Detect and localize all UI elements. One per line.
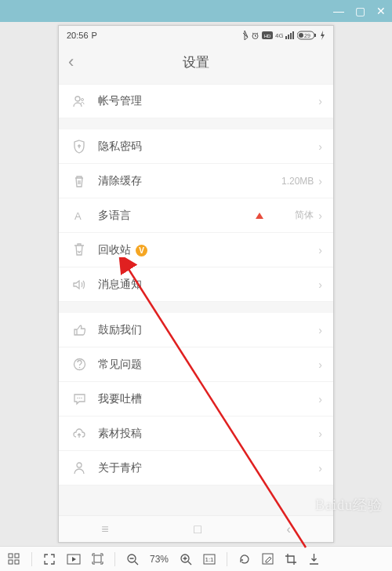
chevron-right-icon: › bbox=[318, 462, 322, 475]
svg-text:HD: HD bbox=[264, 34, 271, 38]
edit-icon[interactable] bbox=[262, 553, 274, 565]
svg-rect-4 bbox=[285, 36, 287, 39]
svg-rect-22 bbox=[9, 554, 13, 558]
slideshow-icon[interactable] bbox=[67, 554, 81, 565]
row-cache[interactable]: 清除缓存 1.20MB › bbox=[59, 164, 333, 198]
svg-rect-10 bbox=[299, 33, 303, 38]
person-icon bbox=[70, 461, 89, 475]
status-time: 20:56 bbox=[67, 31, 89, 40]
svg-rect-23 bbox=[15, 554, 19, 558]
download-icon[interactable] bbox=[308, 553, 320, 566]
chevron-right-icon: › bbox=[318, 427, 322, 440]
alarm-icon bbox=[251, 31, 260, 40]
svg-rect-25 bbox=[15, 560, 19, 564]
app-header: ‹ 设置 bbox=[59, 45, 333, 79]
svg-rect-6 bbox=[290, 33, 292, 39]
phone-screenshot: 20:56 P HD 4G 29 ‹ 设置 帐号管理 › bbox=[58, 25, 334, 543]
svg-rect-24 bbox=[9, 560, 13, 564]
row-language[interactable]: A 多语言 简体 › bbox=[59, 198, 333, 233]
row-account[interactable]: 帐号管理 › bbox=[59, 84, 333, 118]
row-label: 鼓励我们 bbox=[98, 323, 318, 337]
row-value: 1.20MB bbox=[281, 176, 314, 187]
status-p-icon: P bbox=[92, 31, 97, 40]
row-faq[interactable]: 常见问题 › bbox=[59, 347, 333, 382]
row-value: 简体 bbox=[295, 209, 314, 222]
chevron-right-icon: › bbox=[318, 209, 322, 222]
svg-point-13 bbox=[82, 99, 84, 101]
row-encourage[interactable]: 鼓励我们 › bbox=[59, 313, 333, 347]
svg-point-12 bbox=[75, 96, 80, 101]
page-title: 设置 bbox=[183, 53, 209, 71]
row-label: 素材投稿 bbox=[98, 427, 318, 441]
hd-icon: HD bbox=[262, 31, 273, 39]
svg-point-18 bbox=[78, 397, 80, 398]
signal-bars-icon bbox=[285, 31, 295, 39]
shield-icon bbox=[70, 140, 89, 154]
help-icon bbox=[70, 358, 89, 371]
zoom-level[interactable]: 73% bbox=[150, 554, 169, 565]
image-viewer-canvas: 20:56 P HD 4G 29 ‹ 设置 帐号管理 › bbox=[0, 22, 392, 546]
window-close-icon[interactable]: ✕ bbox=[376, 5, 386, 16]
actual-size-icon[interactable]: 1:1 bbox=[203, 554, 216, 565]
svg-text:29: 29 bbox=[304, 33, 310, 38]
row-notify[interactable]: 消息通知 › bbox=[59, 267, 333, 302]
chevron-right-icon: › bbox=[318, 358, 322, 371]
signal-4g-icon: 4G bbox=[275, 31, 283, 39]
chat-icon bbox=[70, 393, 89, 406]
recycle-bin-icon bbox=[70, 243, 89, 257]
svg-text:A: A bbox=[74, 210, 82, 222]
row-label: 隐私密码 bbox=[98, 140, 318, 154]
chevron-right-icon: › bbox=[318, 393, 322, 406]
window-titlebar: — ▢ ✕ bbox=[0, 0, 392, 22]
svg-text:1:1: 1:1 bbox=[205, 556, 214, 563]
row-feedback[interactable]: 我要吐槽 › bbox=[59, 382, 333, 416]
grid-icon[interactable] bbox=[8, 553, 20, 566]
fullscreen-icon[interactable] bbox=[92, 553, 103, 565]
fit-screen-icon[interactable] bbox=[43, 553, 56, 566]
battery-icon: 29 bbox=[297, 31, 318, 40]
chevron-right-icon: › bbox=[318, 244, 322, 256]
svg-text:4G: 4G bbox=[275, 32, 283, 39]
phone-status-bar: 20:56 P HD 4G 29 bbox=[59, 26, 333, 45]
row-recycle[interactable]: 回收站V › bbox=[59, 233, 333, 267]
charging-icon bbox=[320, 31, 325, 40]
crop-icon[interactable] bbox=[285, 553, 297, 566]
row-label: 关于青柠 bbox=[98, 461, 318, 475]
trash-icon bbox=[70, 174, 89, 188]
row-privacy[interactable]: 隐私密码 › bbox=[59, 129, 333, 164]
row-label: 我要吐槽 bbox=[98, 392, 318, 406]
user-icon bbox=[70, 94, 89, 108]
thumbs-up-icon bbox=[70, 324, 89, 336]
svg-rect-5 bbox=[288, 35, 289, 39]
bluetooth-icon bbox=[241, 31, 249, 40]
svg-rect-9 bbox=[314, 34, 316, 37]
row-label: 常见问题 bbox=[98, 358, 318, 372]
svg-rect-7 bbox=[292, 31, 294, 39]
viewer-toolbar: 73% 1:1 bbox=[0, 546, 392, 571]
speaker-icon bbox=[70, 278, 89, 291]
zoom-in-icon[interactable] bbox=[180, 553, 192, 566]
chevron-right-icon: › bbox=[318, 95, 322, 107]
row-submit[interactable]: 素材投稿 › bbox=[59, 416, 333, 451]
zoom-out-icon[interactable] bbox=[126, 553, 139, 566]
row-label: 回收站V bbox=[98, 243, 318, 257]
nav-home-icon[interactable]: □ bbox=[194, 522, 201, 536]
svg-point-16 bbox=[78, 367, 80, 369]
settings-list: 帐号管理 › 隐私密码 › 清除缓存 1.20MB › A 多语言 简体 › bbox=[59, 79, 333, 515]
chevron-right-icon: › bbox=[318, 278, 322, 291]
row-about[interactable]: 关于青柠 › bbox=[59, 451, 333, 486]
window-max-icon[interactable]: ▢ bbox=[355, 5, 365, 16]
svg-point-17 bbox=[77, 397, 78, 398]
nav-recent-icon[interactable]: ≡ bbox=[101, 522, 108, 536]
nav-back-icon[interactable]: ‹ bbox=[286, 522, 290, 536]
row-label: 帐号管理 bbox=[98, 94, 318, 108]
chevron-right-icon: › bbox=[318, 140, 322, 153]
window-min-icon[interactable]: — bbox=[333, 5, 344, 16]
red-triangle-icon bbox=[256, 213, 263, 219]
svg-point-19 bbox=[81, 397, 82, 398]
svg-point-20 bbox=[77, 463, 82, 467]
watermark: Baidu经验 bbox=[315, 496, 383, 515]
android-nav-bar: ≡ □ ‹ bbox=[59, 515, 333, 542]
rotate-icon[interactable] bbox=[238, 553, 251, 566]
back-icon[interactable]: ‹ bbox=[68, 52, 74, 72]
